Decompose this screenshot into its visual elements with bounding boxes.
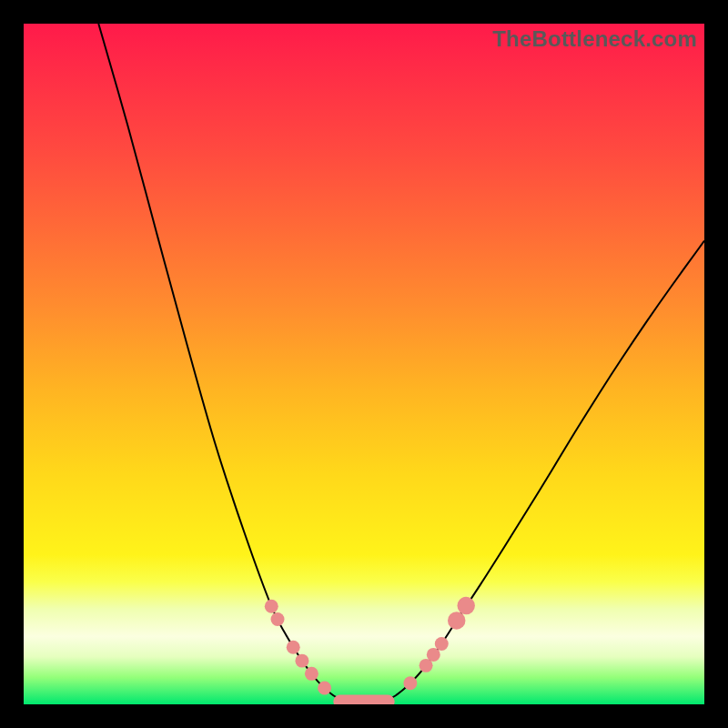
- right-curve-path: [364, 241, 704, 704]
- accent-markers: [265, 597, 475, 704]
- chart-svg: [24, 24, 704, 704]
- valley-segment: [333, 695, 394, 704]
- accent-dot: [448, 612, 465, 629]
- accent-dot: [427, 648, 440, 662]
- chart-plot-area: TheBottleneck.com: [24, 24, 704, 704]
- accent-dot: [318, 682, 331, 695]
- accent-dot: [271, 612, 285, 626]
- accent-dot: [435, 637, 449, 651]
- accent-dot: [457, 597, 474, 614]
- accent-dot: [295, 654, 308, 668]
- accent-dot: [305, 667, 318, 681]
- accent-dot: [287, 641, 300, 654]
- accent-dot: [403, 676, 417, 690]
- left-curve-path: [98, 24, 364, 704]
- accent-dot: [265, 600, 278, 613]
- chart-frame: TheBottleneck.com: [0, 0, 728, 728]
